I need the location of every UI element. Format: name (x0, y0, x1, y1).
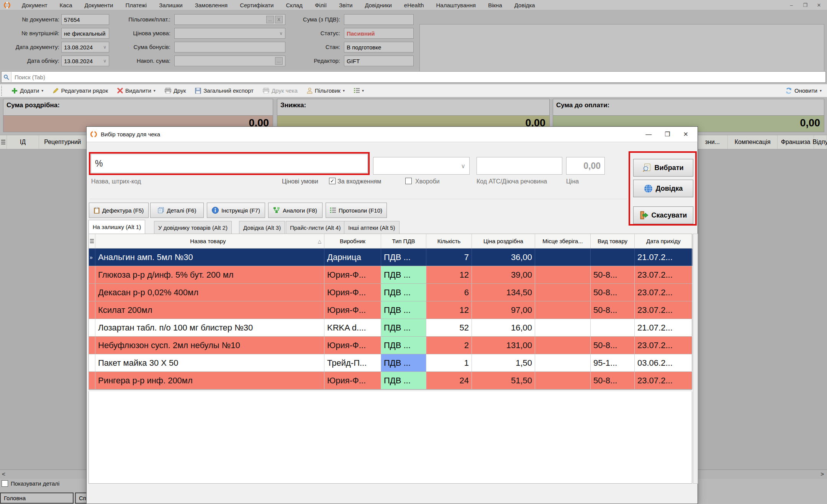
edit-row-button[interactable]: Редагувати рядок (48, 87, 113, 94)
sum-vat-field[interactable] (344, 14, 414, 25)
dialog-maximize-button[interactable]: ❒ (665, 131, 670, 138)
vertical-scrollbar[interactable] (693, 234, 698, 484)
beneficiary-clear-button[interactable]: X (275, 16, 283, 23)
table-row[interactable]: Рингера р-р инф. 200мл Юрия-Ф... ПДВ ...… (89, 372, 692, 389)
doc-date-field[interactable]: 13.08.2024∨ (61, 42, 109, 52)
diseases-checkbox[interactable] (405, 178, 412, 184)
dialog-close-button[interactable]: ✕ (683, 131, 688, 138)
tab-on-stock[interactable]: На залишку (Alt 1) (88, 220, 145, 234)
total-discount-label: Знижка: (277, 99, 550, 116)
menu-reports[interactable]: Звіти (333, 2, 359, 8)
menu-payments[interactable]: Платежі (119, 2, 153, 8)
documents-icon (158, 207, 164, 213)
tab-price-lists[interactable]: Прайс-листи (Alt 4) (286, 221, 345, 234)
internal-number-field[interactable]: не фискальный (61, 28, 109, 39)
product-search-input[interactable]: % (91, 154, 368, 173)
atc-code-input[interactable] (477, 157, 562, 175)
window-restore-button[interactable]: ❐ (801, 2, 809, 8)
show-details-toggle[interactable]: Показувати деталі (2, 480, 59, 487)
column-discount[interactable]: зни... (697, 135, 728, 149)
chevron-down-icon[interactable]: ∨ (279, 31, 283, 36)
tab-main[interactable]: Головна (0, 493, 74, 504)
menu-orders[interactable]: Замовлення (189, 2, 234, 8)
menu-directories[interactable]: Довідники (359, 2, 398, 8)
column-dispense[interactable]: Відпу (814, 135, 827, 149)
col-name[interactable]: Назва товару△ (95, 234, 324, 248)
export-button[interactable]: Загальний експорт (190, 87, 258, 94)
diseases-select[interactable]: ∨ (373, 157, 470, 175)
scroll-right-icon[interactable]: > (820, 471, 824, 477)
print-button[interactable]: Друк (160, 87, 190, 94)
show-details-checkbox[interactable] (2, 480, 8, 487)
dialog-titlebar[interactable]: Вибір товару для чека — ❒ ✕ (87, 127, 698, 142)
document-search-bar[interactable]: Поиск (Tab) (1, 71, 826, 83)
beneficiary-button[interactable]: Пільговик▾ (302, 87, 349, 94)
beneficiary-lookup-button[interactable]: ... (266, 16, 274, 23)
price-condition-select[interactable]: ∨ (174, 28, 285, 39)
column-recipe[interactable]: Рецептурний (39, 135, 87, 149)
column-compensation[interactable]: Компенсація (728, 135, 778, 149)
protocols-button[interactable]: Протоколи (F10) (326, 203, 387, 218)
menu-stock[interactable]: Залишки (153, 2, 189, 8)
search-icon (2, 72, 11, 82)
doc-number-field[interactable]: 57654 (61, 14, 109, 25)
view-options-button[interactable]: ▾ (349, 88, 368, 93)
column-franchise[interactable]: Франшиза (778, 135, 814, 149)
add-button[interactable]: Додати▾ (7, 87, 48, 94)
table-row[interactable]: Лозартан табл. п/о 100 мг блистер №30 KR… (89, 319, 692, 337)
menu-windows[interactable]: Вікна (482, 2, 508, 8)
defektura-button[interactable]: Дефектура (F5) (89, 203, 149, 218)
bonus-sum-field[interactable] (174, 42, 285, 52)
table-row[interactable]: Ксилат 200мл Юрия-Ф... ПДВ ... 12 97,00 … (89, 301, 692, 319)
analogs-button[interactable]: Аналоги (F8) (268, 203, 323, 218)
window-close-button[interactable]: ✕ (815, 2, 823, 8)
menu-ehealth[interactable]: eHealth (398, 2, 430, 8)
column-id[interactable]: ІД (7, 135, 39, 149)
menu-settings[interactable]: Налаштування (430, 2, 482, 8)
col-arrival-date[interactable]: Дата прихіду (635, 234, 693, 248)
by-occurrence-checkbox[interactable]: ✓ (329, 178, 336, 184)
account-date-field[interactable]: 13.08.2024∨ (61, 56, 109, 66)
menu-help[interactable]: Довідка (508, 2, 541, 8)
accum-sum-field[interactable]: ... (174, 56, 285, 66)
cancel-button[interactable]: Скасувати (633, 206, 693, 224)
toolbar-grip[interactable] (1, 86, 4, 96)
table-row[interactable]: Глюкоза р-р д/инф. 5% бут. 200 мл Юрия-Ф… (89, 266, 692, 284)
help-button[interactable]: Довідка (633, 180, 693, 197)
menu-documents[interactable]: Документи (78, 2, 119, 8)
total-to-pay-label: Сума до оплати: (553, 99, 824, 116)
beneficiary-field[interactable]: ... X (174, 14, 285, 25)
chevron-down-icon[interactable]: ∨ (103, 58, 106, 64)
menu-warehouse[interactable]: Склад (280, 2, 308, 8)
table-row[interactable]: » Анальгин амп. 5мл №30 Дарница ПДВ ... … (89, 249, 692, 266)
col-kind[interactable]: Вид товару (591, 234, 635, 248)
menu-certificates[interactable]: Сертифікати (234, 2, 280, 8)
table-row[interactable]: Пакет майка 30 X 50 Трейд-П... ПДВ ... 1… (89, 354, 692, 372)
window-minimize-button[interactable]: – (787, 2, 796, 8)
col-producer[interactable]: Виробник (324, 234, 381, 248)
scroll-left-icon[interactable]: < (2, 471, 5, 477)
select-button[interactable]: Вибрати (633, 159, 693, 177)
col-retail-price[interactable]: Ціна роздрібна (472, 234, 535, 248)
menu-kasa[interactable]: Каса (54, 2, 79, 8)
price-input[interactable]: 0,00 (566, 157, 605, 175)
accum-sum-lookup-button[interactable]: ... (275, 57, 283, 65)
instruction-button[interactable]: Інструкція (F7) (207, 203, 265, 218)
delete-button[interactable]: Видалити▾ (113, 87, 160, 94)
menu-document[interactable]: Документ (16, 2, 54, 8)
name-barcode-label: Назва, штрих-код (91, 178, 141, 185)
col-vat-type[interactable]: Тип ПДВ (381, 234, 426, 248)
col-storage[interactable]: Місце зберіга... (535, 234, 591, 248)
chevron-down-icon[interactable]: ∨ (103, 44, 106, 50)
dialog-minimize-button[interactable]: — (645, 131, 652, 138)
table-row[interactable]: Декасан р-р 0,02% 400мл Юрия-Ф... ПДВ ..… (89, 284, 692, 301)
col-quantity[interactable]: Кількість (426, 234, 472, 248)
menu-branches[interactable]: Філії (309, 2, 333, 8)
tab-reference[interactable]: Довідка (Alt 3) (239, 221, 285, 234)
tab-goods-directory[interactable]: У довіднику товарів (Alt 2) (154, 221, 232, 234)
table-row[interactable]: Небуфлюзон сусп. 2мл небулы №10 Юрия-Ф..… (89, 337, 692, 354)
tab-other-pharmacies[interactable]: Інші аптеки (Alt 5) (344, 221, 400, 234)
details-button[interactable]: Деталі (F6) (150, 203, 204, 218)
print-receipt-button[interactable]: Друк чека (258, 87, 302, 94)
refresh-button[interactable]: Оновити▾ (785, 87, 827, 94)
